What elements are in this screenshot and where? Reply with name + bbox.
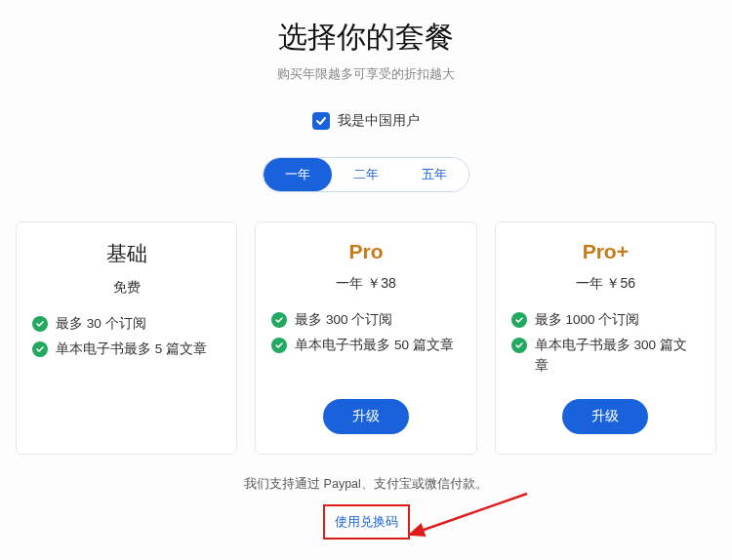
plan-feature-text: 最多 1000 个订阅 <box>535 310 640 330</box>
upgrade-button[interactable]: 升级 <box>323 399 409 434</box>
plan-price: 免费 <box>32 279 221 297</box>
plan-feature: 最多 1000 个订阅 <box>511 310 700 330</box>
plans-row: 基础 免费 最多 30 个订阅 单本电子书最多 5 篇文章 Pro 一年 ￥38… <box>0 221 732 455</box>
china-user-checkbox-row: 我是中国用户 <box>0 112 732 130</box>
china-user-label: 我是中国用户 <box>338 112 420 130</box>
check-icon <box>32 341 48 357</box>
plan-feature-text: 单本电子书最多 300 篇文章 <box>535 336 700 376</box>
china-user-checkbox[interactable] <box>312 112 330 130</box>
annotation-highlight-box: 使用兑换码 <box>323 504 410 540</box>
plan-name: Pro+ <box>511 240 700 263</box>
check-icon <box>315 115 327 127</box>
check-icon <box>511 312 527 328</box>
plan-pro: Pro 一年 ￥38 最多 300 个订阅 单本电子书最多 50 篇文章 升级 <box>255 221 476 455</box>
tab-one-year[interactable]: 一年 <box>264 158 332 191</box>
tab-two-year[interactable]: 二年 <box>332 158 400 191</box>
plan-feature-text: 最多 300 个订阅 <box>295 310 392 330</box>
plan-feature: 最多 30 个订阅 <box>32 314 221 334</box>
plan-feature-text: 最多 30 个订阅 <box>56 314 146 334</box>
duration-tabs: 一年 二年 五年 <box>263 157 469 192</box>
plan-feature: 单本电子书最多 300 篇文章 <box>511 336 700 376</box>
check-icon <box>271 312 287 328</box>
plan-feature: 单本电子书最多 50 篇文章 <box>271 336 460 355</box>
page-title: 选择你的套餐 <box>0 18 732 58</box>
plan-basic: 基础 免费 最多 30 个订阅 单本电子书最多 5 篇文章 <box>16 221 237 455</box>
plan-price: 一年 ￥38 <box>271 275 460 293</box>
check-icon <box>32 316 48 332</box>
plan-feature-text: 单本电子书最多 5 篇文章 <box>56 340 207 359</box>
plan-name: Pro <box>271 240 460 263</box>
redeem-code-link[interactable]: 使用兑换码 <box>325 508 408 536</box>
tab-five-year[interactable]: 五年 <box>400 158 468 191</box>
plan-pro-plus: Pro+ 一年 ￥56 最多 1000 个订阅 单本电子书最多 300 篇文章 … <box>495 221 716 455</box>
check-icon <box>511 338 527 353</box>
plan-name: 基础 <box>32 240 221 267</box>
plan-feature: 最多 300 个订阅 <box>271 310 460 330</box>
page-subtitle: 购买年限越多可享受的折扣越大 <box>0 65 732 83</box>
payment-note: 我们支持通过 Paypal、支付宝或微信付款。 <box>0 476 732 493</box>
plan-price: 一年 ￥56 <box>511 275 700 293</box>
plan-feature: 单本电子书最多 5 篇文章 <box>32 340 221 359</box>
upgrade-button[interactable]: 升级 <box>562 399 648 434</box>
plan-feature-text: 单本电子书最多 50 篇文章 <box>295 336 454 355</box>
check-icon <box>271 338 287 353</box>
